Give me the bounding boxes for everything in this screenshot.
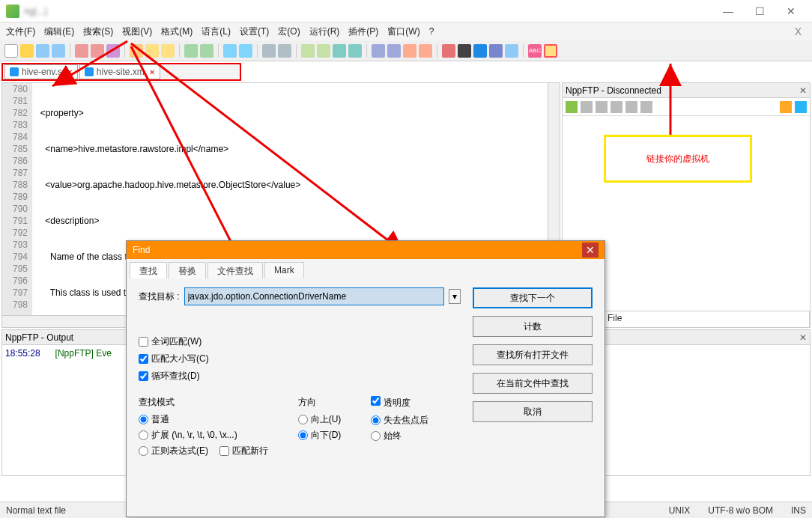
menu-help[interactable]: ? (429, 26, 434, 37)
copy-icon[interactable] (145, 44, 159, 58)
find-dialog: Find ✕ 查找 替换 文件查找 Mark 查找目标 : ▾ 全词匹配(W) … (126, 240, 605, 517)
menu-search[interactable]: 搜索(S) (83, 25, 113, 38)
status-encoding: UTF-8 w/o BOM (708, 505, 773, 516)
redo-icon[interactable] (200, 44, 213, 58)
tab-close-icon[interactable]: ✕ (67, 68, 73, 76)
direction-down-radio[interactable] (298, 430, 308, 440)
status-filetype: Normal text file (6, 505, 66, 516)
save-macro-icon[interactable] (505, 44, 518, 58)
menu-file[interactable]: 文件(F) (6, 25, 35, 38)
editor-tabbar: hive-env.s ✕ hive-site.xm ✕ (1, 63, 241, 81)
save-icon[interactable] (36, 44, 49, 58)
col-file[interactable]: File (603, 311, 810, 327)
paste-icon[interactable] (161, 44, 175, 58)
menu-window[interactable]: 窗口(W) (387, 25, 419, 38)
show-all-chars-icon[interactable] (348, 44, 362, 58)
tab-find-in-files[interactable]: 文件查找 (207, 262, 263, 278)
menu-view[interactable]: 视图(V) (122, 25, 152, 38)
find-next-button[interactable]: 查找下一个 (473, 287, 593, 308)
menu-plugins[interactable]: 插件(P) (348, 25, 378, 38)
direction-up-radio[interactable] (298, 415, 308, 424)
zoom-in-icon[interactable] (262, 44, 276, 58)
new-icon[interactable] (4, 44, 18, 58)
undo-icon[interactable] (184, 44, 198, 58)
print-icon[interactable] (106, 44, 120, 58)
menu-macro[interactable]: 宏(O) (278, 25, 300, 38)
play-multi-icon[interactable] (489, 44, 503, 58)
open-icon[interactable] (20, 44, 34, 58)
record-macro-icon[interactable] (442, 44, 455, 58)
tab-replace[interactable]: 替换 (169, 262, 206, 278)
trans-always-radio[interactable] (371, 431, 381, 441)
dropdown-icon[interactable]: ▾ (449, 289, 461, 304)
doc-map-icon[interactable] (403, 44, 416, 58)
find-title: Find (133, 245, 150, 255)
trans-onblur-radio[interactable] (371, 415, 381, 425)
menu-settings[interactable]: 设置(T) (240, 25, 269, 38)
tab-hive-env[interactable]: hive-env.s ✕ (4, 64, 78, 79)
find-icon[interactable] (223, 44, 237, 58)
cut-icon[interactable] (130, 44, 143, 58)
connect-icon[interactable] (566, 101, 578, 113)
stop-macro-icon[interactable] (458, 44, 471, 58)
nppftp-icon[interactable] (544, 44, 557, 58)
menu-edit[interactable]: 编辑(E) (44, 25, 74, 38)
mode-normal-radio[interactable] (139, 415, 148, 424)
count-button[interactable]: 计数 (473, 316, 593, 337)
close-button[interactable]: ✕ (776, 1, 806, 21)
tab-label: hive-env.s (22, 67, 62, 77)
tab-find[interactable]: 查找 (130, 262, 167, 278)
abort-icon[interactable] (640, 101, 652, 113)
zoom-out-icon[interactable] (278, 44, 291, 58)
output-source: [NppFTP] Eve (55, 348, 112, 359)
cancel-button[interactable]: 取消 (473, 401, 593, 422)
close-all-icon[interactable] (91, 44, 104, 58)
find-all-open-button[interactable]: 查找所有打开文件 (473, 344, 593, 365)
annotation-callout: 链接你的虚拟机 (604, 135, 752, 183)
maximize-button[interactable]: ☐ (745, 1, 775, 21)
messages-icon[interactable] (795, 101, 807, 113)
dialog-close-button[interactable]: ✕ (582, 243, 599, 258)
close-file-icon[interactable] (75, 44, 88, 58)
match-newline-checkbox[interactable] (219, 446, 229, 456)
mode-extended-radio[interactable] (139, 430, 148, 440)
find-titlebar[interactable]: Find ✕ (127, 241, 605, 259)
panel-close-icon[interactable]: ✕ (799, 332, 807, 343)
menu-format[interactable]: 格式(M) (161, 25, 193, 38)
minimize-button[interactable]: — (713, 1, 743, 21)
wrap-around-checkbox[interactable] (139, 371, 148, 381)
menubar-close-icon[interactable]: X (790, 25, 806, 37)
separator-icon (179, 44, 180, 58)
spellcheck-icon[interactable]: ABC (528, 44, 542, 58)
tab-close-icon[interactable]: ✕ (149, 68, 155, 76)
find-target-label: 查找目标 : (139, 290, 180, 303)
panel-close-icon[interactable]: ✕ (799, 85, 807, 96)
upload-icon[interactable] (610, 101, 622, 113)
play-macro-icon[interactable] (473, 44, 487, 58)
indent-guide-icon[interactable] (372, 44, 385, 58)
save-all-icon[interactable] (52, 44, 65, 58)
line-gutter: 780781782 783784785 786787788 789790791 … (2, 83, 32, 315)
disconnect-icon[interactable] (581, 101, 593, 113)
func-list-icon[interactable] (419, 44, 432, 58)
tab-hive-site[interactable]: hive-site.xm ✕ (79, 64, 160, 79)
download-icon[interactable] (596, 101, 608, 113)
whole-word-checkbox[interactable] (139, 337, 148, 347)
window-title: ng(...) (24, 6, 713, 16)
settings-icon[interactable] (780, 101, 792, 113)
sync-h-icon[interactable] (317, 44, 330, 58)
mode-regex-radio[interactable] (139, 446, 148, 456)
lang-icon[interactable] (387, 44, 401, 58)
find-target-input[interactable] (184, 287, 444, 305)
wrap-icon[interactable] (333, 44, 346, 58)
tab-mark[interactable]: Mark (264, 262, 304, 278)
menu-run[interactable]: 运行(R) (309, 25, 340, 38)
refresh-icon[interactable] (625, 101, 637, 113)
separator-icon (296, 44, 297, 58)
menu-language[interactable]: 语言(L) (202, 25, 231, 38)
replace-icon[interactable] (239, 44, 252, 58)
sync-v-icon[interactable] (301, 44, 315, 58)
match-case-checkbox[interactable] (139, 354, 148, 364)
find-in-current-button[interactable]: 在当前文件中查找 (473, 373, 593, 394)
transparency-checkbox[interactable] (371, 396, 381, 406)
